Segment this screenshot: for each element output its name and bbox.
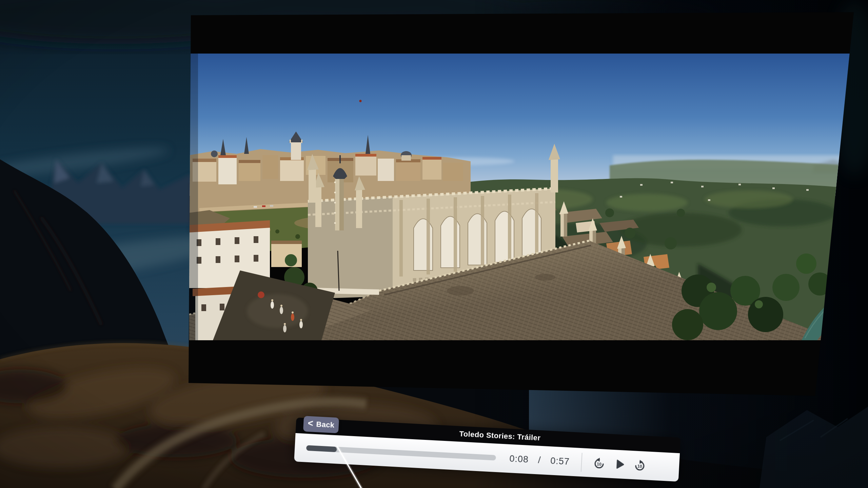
video-screen[interactable] xyxy=(183,10,857,398)
current-time: 0:08 xyxy=(509,453,529,465)
duration-time: 0:57 xyxy=(550,455,570,467)
rewind-10-button[interactable]: 10 xyxy=(591,455,607,471)
svg-text:10: 10 xyxy=(637,464,642,469)
video-title: Toledo Stories: Tráiler xyxy=(459,429,541,443)
replay-10-icon: 10 xyxy=(592,456,606,470)
play-button[interactable] xyxy=(611,456,628,472)
chevron-left-icon: < xyxy=(308,418,313,429)
back-button[interactable]: < Back xyxy=(303,416,339,433)
back-button-label: Back xyxy=(316,420,335,430)
seek-bar[interactable] xyxy=(306,445,496,461)
controls-divider xyxy=(580,453,582,472)
video-frame-toledo xyxy=(189,54,851,340)
play-icon xyxy=(612,457,627,471)
forward-10-icon: 10 xyxy=(633,459,647,472)
seek-bar-fill xyxy=(306,445,337,452)
forward-10-button[interactable]: 10 xyxy=(631,457,648,473)
time-separator: / xyxy=(538,455,541,465)
vr-stage: < Back Toledo Stories: Tráiler 0:08 / 0:… xyxy=(0,0,868,488)
svg-text:10: 10 xyxy=(596,462,601,467)
